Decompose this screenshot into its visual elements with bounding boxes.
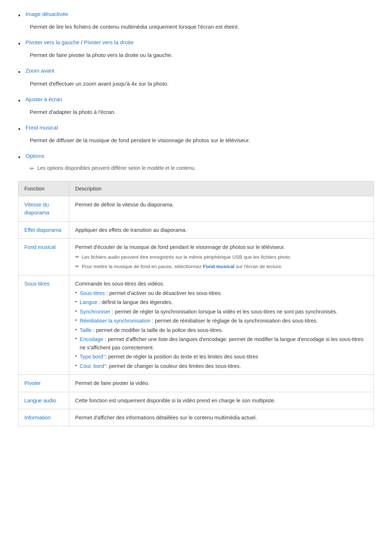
bullet-dot: • xyxy=(18,40,20,49)
func-name-sous-titres[interactable]: Sous-titres xyxy=(24,281,49,287)
pivoter-gauche-link[interactable]: Pivoter vers la gauche xyxy=(25,39,79,45)
bullet-dot: • xyxy=(18,125,20,134)
table-row: Effet diaporama Appliquer des effets de … xyxy=(19,221,374,238)
bullet-dot: • xyxy=(18,153,20,162)
func-name-langue-audio[interactable]: Langue audio xyxy=(24,398,56,403)
desc-text-sous-titres: Commande les sous-titres des vidéos. xyxy=(75,281,164,287)
desc-cell-fond-musical: Permet d'écouter de la musique de fond p… xyxy=(69,239,374,275)
sub-link-langue[interactable]: Langue xyxy=(80,299,97,305)
func-name-effet[interactable]: Effet diaporama xyxy=(24,227,61,233)
pencil-icon: ✏ xyxy=(30,165,34,173)
bullet-list: • Image désactivée Permet de lire les fi… xyxy=(18,11,374,173)
bullet-item-zoom-avant: • Zoom avant Permet d'effectuer un zoom … xyxy=(18,67,374,88)
func-name-pivoter[interactable]: Pivoter xyxy=(24,380,41,386)
sub-bullet-item: • Taille : permet de modifier la taille … xyxy=(75,326,368,334)
sous-titres-sub-bullets: • Sous-titres : permet d'activer ou de d… xyxy=(75,289,368,370)
sub-link-type-bord[interactable]: Type bord° xyxy=(80,354,105,360)
bullet-item-image-desactivee: • Image désactivée Permet de lire les fi… xyxy=(18,11,374,31)
fond-musical-note-2-text: Pour mettre la musique de fond en pause,… xyxy=(82,263,282,271)
col-header-description: Description xyxy=(69,181,374,196)
bullet-dot: • xyxy=(18,97,20,106)
fond-musical-note-1: ✏ Les fichiers audio peuvent être enregi… xyxy=(75,254,368,261)
pivoter-desc: Permet de faire pivoter la photo vers la… xyxy=(30,51,374,59)
pencil-icon: ✏ xyxy=(75,254,79,261)
bullet-item-pivoter: • Pivoter vers la gauche / Pivoter vers … xyxy=(18,39,374,59)
sub-link-sous-titres[interactable]: Sous-titres xyxy=(80,290,105,296)
func-name-fond-musical[interactable]: Fond musical xyxy=(24,244,56,250)
func-cell-sous-titres: Sous-titres xyxy=(19,275,69,375)
desc-text-vitesse: Permet de définir la vitesse du diaporam… xyxy=(75,202,174,208)
desc-text-pivoter: Permet de faire pivoter la vidéo. xyxy=(75,380,150,386)
sub-bullet-item: • Encodage : permet d'afficher une liste… xyxy=(75,335,368,352)
table-row: Pivoter Permet de faire pivoter la vidéo… xyxy=(19,375,374,392)
pencil-icon: ✏ xyxy=(75,263,79,271)
sub-bullet-item: • Synchroniser : permet de régler la syn… xyxy=(75,308,368,316)
bullet-item-options: • Options ✏ Les options disponibles peuv… xyxy=(18,153,374,173)
fond-musical-link[interactable]: Fond musical xyxy=(25,124,58,131)
table-row: Langue audio Cette fonction est uniqueme… xyxy=(19,392,374,409)
func-cell-langue-audio: Langue audio xyxy=(19,392,69,409)
desc-cell-pivoter: Permet de faire pivoter la vidéo. xyxy=(69,375,374,392)
ajuster-ecran-desc: Permet d'adapter la photo à l'écran. xyxy=(30,108,374,116)
fond-musical-note-1-text: Les fichiers audio peuvent être enregist… xyxy=(82,254,291,261)
zoom-avant-desc: Permet d'effectuer un zoom avant jusqu'à… xyxy=(30,79,374,88)
fond-musical-note-2: ✏ Pour mettre la musique de fond en paus… xyxy=(75,263,368,271)
table-row: Fond musical Permet d'écouter de la musi… xyxy=(19,239,374,275)
sub-bullet-item: • Langue : définit la langue des légende… xyxy=(75,298,368,306)
func-cell-pivoter: Pivoter xyxy=(19,375,69,392)
fond-musical-inline-link[interactable]: Fond musical xyxy=(203,264,234,269)
sub-link-taille[interactable]: Taille xyxy=(80,327,92,333)
sub-link-encodage[interactable]: Encodage xyxy=(80,336,103,342)
table-row: Sous-titres Commande les sous-titres des… xyxy=(19,275,374,375)
table-row: Information Permet d'afficher des inform… xyxy=(19,409,374,426)
image-desactivee-link[interactable]: Image désactivée xyxy=(25,11,68,17)
image-desactivee-desc: Permet de lire les fichiers de contenu m… xyxy=(30,22,374,31)
options-link[interactable]: Options xyxy=(25,153,44,159)
sub-bullet-item: • Réinitialiser la synchronisation : per… xyxy=(75,317,368,325)
desc-cell-effet: Appliquer des effets de transition au di… xyxy=(69,221,374,238)
sub-link-synchroniser[interactable]: Synchroniser xyxy=(80,309,111,315)
desc-cell-sous-titres: Commande les sous-titres des vidéos. • S… xyxy=(69,275,374,375)
options-note-text: Les options disponibles peuvent différer… xyxy=(37,164,196,172)
pivoter-separator: / xyxy=(81,39,84,45)
desc-text-langue-audio: Cette fonction est uniquement disponible… xyxy=(75,398,275,403)
table-row: Vitesse du diaporama Permet de définir l… xyxy=(19,196,374,221)
options-note-row: ✏ Les options disponibles peuvent différ… xyxy=(30,164,374,173)
bullet-item-fond-musical: • Fond musical Permet de diffuser de la … xyxy=(18,124,374,145)
table-header-row: Fonction Description xyxy=(19,181,374,196)
func-name-vitesse[interactable]: Vitesse du diaporama xyxy=(24,202,49,216)
func-name-information[interactable]: Information xyxy=(24,415,51,420)
zoom-avant-link[interactable]: Zoom avant xyxy=(25,67,54,74)
bullet-dot: • xyxy=(18,68,20,77)
func-cell-effet: Effet diaporama xyxy=(19,221,69,238)
sub-bullet-item: • Coul. bord°: permet de changer la coul… xyxy=(75,362,368,370)
desc-text-effet: Appliquer des effets de transition au di… xyxy=(75,227,187,233)
sub-link-coul-bord[interactable]: Coul. bord° xyxy=(80,363,106,369)
sub-bullet-item: • Type bord°: permet de régler la positi… xyxy=(75,353,368,361)
desc-text-fond-musical: Permet d'écouter de la musique de fond p… xyxy=(75,244,285,250)
sub-bullet-item: • Sous-titres : permet d'activer ou de d… xyxy=(75,289,368,297)
bullet-dot: • xyxy=(18,11,20,20)
func-cell-vitesse: Vitesse du diaporama xyxy=(19,196,69,221)
desc-cell-information: Permet d'afficher des informations détai… xyxy=(69,409,374,426)
pivoter-label: Pivoter vers la gauche / Pivoter vers la… xyxy=(25,39,134,45)
pivoter-droite-link[interactable]: Pivoter vers la droite xyxy=(84,39,134,45)
desc-text-information: Permet d'afficher des informations détai… xyxy=(75,415,257,420)
ajuster-ecran-link[interactable]: Ajuster à écran xyxy=(25,96,62,102)
fond-musical-desc: Permet de diffuser de la musique de fond… xyxy=(30,136,374,145)
options-table: Fonction Description Vitesse du diaporam… xyxy=(18,181,374,427)
bullet-item-ajuster-ecran: • Ajuster à écran Permet d'adapter la ph… xyxy=(18,96,374,116)
sub-link-reinitialiser[interactable]: Réinitialiser la synchronisation xyxy=(80,318,151,324)
func-cell-information: Information xyxy=(19,409,69,426)
func-cell-fond-musical: Fond musical xyxy=(19,239,69,275)
desc-cell-vitesse: Permet de définir la vitesse du diaporam… xyxy=(69,196,374,221)
col-header-fonction: Fonction xyxy=(19,181,69,196)
desc-cell-langue-audio: Cette fonction est uniquement disponible… xyxy=(69,392,374,409)
